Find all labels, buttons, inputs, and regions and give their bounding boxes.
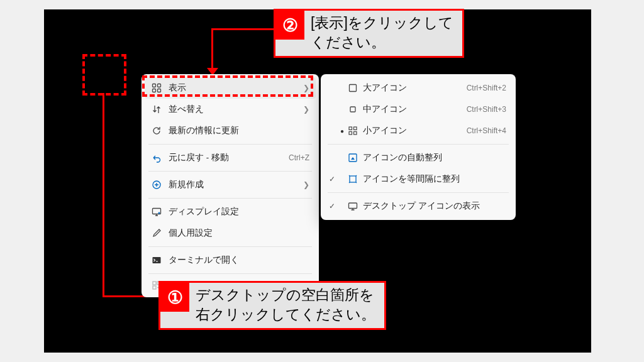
connector-line bbox=[211, 28, 274, 30]
submenu-item-label: アイコンを等間隔に整列 bbox=[359, 173, 506, 185]
submenu-item-label: デスクトップ アイコンの表示 bbox=[359, 200, 506, 212]
check-icon: ✓ bbox=[326, 175, 338, 184]
menu-separator bbox=[148, 171, 312, 172]
menu-item-view[interactable]: 表示 ❯ bbox=[145, 77, 316, 99]
instruction-text: [表示]をクリックして ください。 bbox=[304, 11, 462, 56]
menu-separator bbox=[148, 246, 312, 247]
check-icon: ✓ bbox=[326, 202, 338, 211]
menu-item-label: 表示 bbox=[164, 82, 303, 94]
display-icon bbox=[150, 207, 164, 217]
svg-rect-2 bbox=[153, 89, 156, 92]
svg-rect-8 bbox=[153, 282, 156, 285]
instruction-text: デスクトップの空白箇所を 右クリックしてください。 bbox=[189, 283, 384, 328]
svg-rect-19 bbox=[349, 203, 357, 209]
terminal-icon bbox=[150, 255, 164, 265]
menu-item-undo[interactable]: 元に戻す - 移動 Ctrl+Z bbox=[145, 147, 316, 168]
submenu-item-align-to-grid[interactable]: ✓ アイコンを等間隔に整列 bbox=[324, 168, 513, 190]
submenu-item-shortcut: Ctrl+Shift+2 bbox=[467, 84, 506, 92]
refresh-icon bbox=[150, 126, 164, 136]
menu-item-terminal[interactable]: ターミナルで開く bbox=[145, 250, 316, 271]
svg-rect-15 bbox=[349, 132, 352, 135]
menu-item-display-settings[interactable]: ディスプレイ設定 bbox=[145, 201, 316, 222]
menu-item-new[interactable]: 新規作成 ❯ bbox=[145, 174, 316, 195]
chevron-right-icon: ❯ bbox=[303, 105, 309, 114]
undo-icon bbox=[150, 153, 164, 163]
svg-rect-16 bbox=[354, 132, 357, 135]
desktop-context-menu: 表示 ❯ 並べ替え ❯ 最新の情報に更新 元に戻す - 移動 Ctrl+Z 新規… bbox=[142, 74, 319, 297]
svg-rect-14 bbox=[354, 127, 357, 130]
svg-rect-18 bbox=[350, 176, 356, 182]
submenu-item-large-icons[interactable]: 大アイコン Ctrl+Shift+2 bbox=[324, 77, 513, 99]
personalize-icon bbox=[150, 228, 164, 238]
right-click-target-highlight bbox=[82, 54, 126, 96]
svg-rect-0 bbox=[153, 84, 156, 87]
step-number-badge: ① bbox=[160, 283, 189, 312]
desktop-icons-icon bbox=[347, 201, 359, 211]
menu-item-label: ターミナルで開く bbox=[164, 255, 309, 266]
submenu-item-label: アイコンの自動整列 bbox=[359, 152, 506, 163]
connector-line bbox=[211, 28, 213, 71]
new-icon bbox=[150, 180, 164, 190]
view-submenu: 大アイコン Ctrl+Shift+2 中アイコン Ctrl+Shift+3 ● … bbox=[321, 74, 516, 220]
svg-rect-3 bbox=[158, 89, 161, 92]
large-icons-icon bbox=[347, 83, 359, 93]
svg-rect-10 bbox=[153, 286, 156, 289]
svg-rect-11 bbox=[350, 85, 357, 92]
menu-item-label: ディスプレイ設定 bbox=[164, 206, 309, 217]
menu-separator bbox=[328, 144, 509, 145]
menu-item-refresh[interactable]: 最新の情報に更新 bbox=[145, 120, 316, 141]
menu-separator bbox=[148, 144, 312, 145]
menu-item-label: 個人用設定 bbox=[164, 228, 309, 239]
svg-rect-13 bbox=[349, 127, 352, 130]
submenu-item-label: 中アイコン bbox=[359, 104, 467, 115]
sort-icon bbox=[150, 104, 164, 114]
instruction-callout-2: ② [表示]をクリックして ください。 bbox=[274, 9, 464, 58]
svg-rect-7 bbox=[153, 257, 161, 263]
menu-item-sort[interactable]: 並べ替え ❯ bbox=[145, 99, 316, 120]
menu-item-label: 並べ替え bbox=[164, 104, 303, 115]
submenu-item-small-icons[interactable]: ● 小アイコン Ctrl+Shift+4 bbox=[324, 120, 513, 141]
submenu-item-label: 小アイコン bbox=[359, 125, 467, 136]
svg-point-6 bbox=[158, 212, 160, 214]
menu-separator bbox=[328, 192, 509, 193]
submenu-item-auto-arrange[interactable]: アイコンの自動整列 bbox=[324, 147, 513, 168]
view-icon bbox=[150, 83, 164, 93]
submenu-item-show-desktop-icons[interactable]: ✓ デスクトップ アイコンの表示 bbox=[324, 195, 513, 217]
menu-separator bbox=[148, 273, 312, 274]
step-number-badge: ② bbox=[275, 11, 304, 40]
connector-line bbox=[103, 93, 104, 297]
medium-icons-icon bbox=[347, 104, 359, 114]
menu-item-label: 元に戻す - 移動 bbox=[164, 152, 289, 163]
submenu-item-shortcut: Ctrl+Shift+3 bbox=[467, 105, 506, 114]
instruction-callout-1: ① デスクトップの空白箇所を 右クリックしてください。 bbox=[158, 281, 386, 330]
small-icons-icon bbox=[347, 126, 359, 136]
chevron-right-icon: ❯ bbox=[303, 84, 309, 92]
svg-rect-12 bbox=[350, 107, 355, 112]
menu-item-label: 新規作成 bbox=[164, 179, 303, 190]
chevron-right-icon: ❯ bbox=[303, 180, 309, 189]
submenu-item-shortcut: Ctrl+Shift+4 bbox=[467, 126, 506, 135]
svg-rect-1 bbox=[158, 84, 161, 87]
menu-item-shortcut: Ctrl+Z bbox=[289, 153, 309, 162]
radio-bullet-icon: ● bbox=[338, 128, 347, 134]
submenu-item-label: 大アイコン bbox=[359, 82, 467, 94]
submenu-item-medium-icons[interactable]: 中アイコン Ctrl+Shift+3 bbox=[324, 99, 513, 120]
menu-item-personalize[interactable]: 個人用設定 bbox=[145, 222, 316, 244]
menu-item-label: 最新の情報に更新 bbox=[164, 125, 309, 136]
auto-arrange-icon bbox=[347, 153, 359, 163]
align-grid-icon bbox=[347, 174, 359, 184]
menu-separator bbox=[148, 198, 312, 199]
